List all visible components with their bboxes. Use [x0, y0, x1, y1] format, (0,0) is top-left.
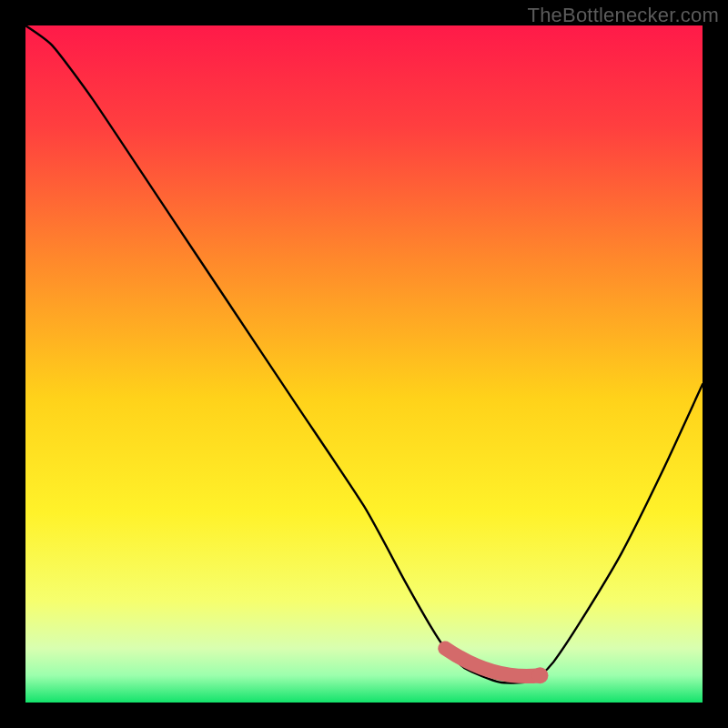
chart-container: TheBottlenecker.com [0, 0, 728, 728]
optimal-end-dot [531, 667, 548, 683]
bottleneck-chart [0, 0, 728, 728]
chart-plot-background [25, 25, 703, 703]
watermark-text: TheBottlenecker.com [528, 4, 719, 27]
